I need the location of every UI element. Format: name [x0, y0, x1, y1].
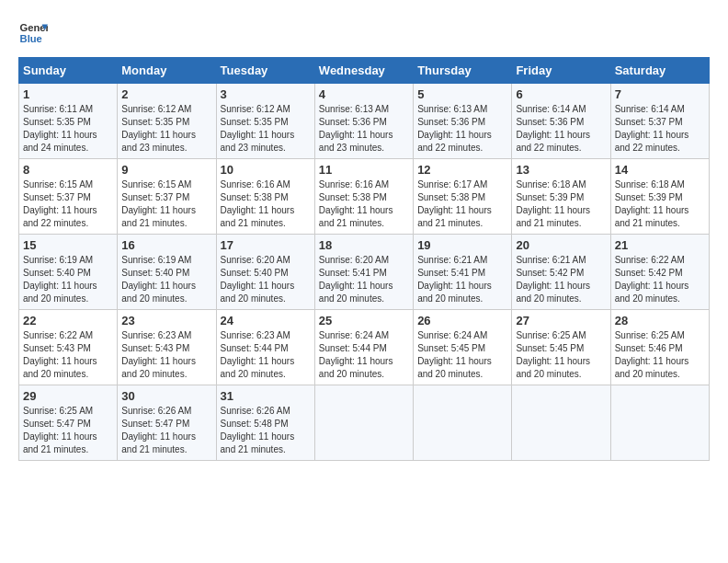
calendar-cell: 31Sunrise: 6:26 AM Sunset: 5:48 PM Dayli…	[216, 385, 314, 461]
day-info: Sunrise: 6:24 AM Sunset: 5:44 PM Dayligh…	[319, 329, 409, 381]
calendar-cell: 4Sunrise: 6:13 AM Sunset: 5:36 PM Daylig…	[314, 84, 413, 159]
day-number: 29	[23, 389, 113, 403]
day-number: 8	[23, 163, 113, 177]
day-number: 26	[417, 314, 507, 327]
day-number: 10	[221, 163, 311, 177]
day-info: Sunrise: 6:25 AM Sunset: 5:45 PM Dayligh…	[516, 329, 606, 381]
day-number: 16	[121, 238, 211, 252]
day-of-week-thursday: Thursday	[414, 58, 512, 84]
calendar-cell: 23Sunrise: 6:23 AM Sunset: 5:43 PM Dayli…	[118, 310, 216, 385]
day-of-week-sunday: Sunday	[19, 58, 118, 84]
calendar-header-row: SundayMondayTuesdayWednesdayThursdayFrid…	[19, 58, 710, 84]
calendar-cell: 27Sunrise: 6:25 AM Sunset: 5:45 PM Dayli…	[512, 310, 610, 385]
day-of-week-saturday: Saturday	[610, 58, 709, 84]
logo: General Blue	[18, 18, 48, 48]
day-number: 28	[615, 314, 705, 327]
day-number: 9	[121, 163, 211, 177]
day-info: Sunrise: 6:26 AM Sunset: 5:47 PM Dayligh…	[121, 405, 211, 456]
day-info: Sunrise: 6:17 AM Sunset: 5:38 PM Dayligh…	[417, 178, 507, 230]
day-number: 1	[23, 87, 113, 101]
day-info: Sunrise: 6:20 AM Sunset: 5:40 PM Dayligh…	[221, 254, 311, 305]
calendar-cell: 5Sunrise: 6:13 AM Sunset: 5:36 PM Daylig…	[414, 84, 512, 159]
day-number: 4	[319, 87, 409, 101]
day-number: 6	[516, 87, 606, 101]
day-info: Sunrise: 6:11 AM Sunset: 5:35 PM Dayligh…	[23, 103, 113, 155]
day-info: Sunrise: 6:18 AM Sunset: 5:39 PM Dayligh…	[615, 178, 705, 230]
calendar-week-row: 15Sunrise: 6:19 AM Sunset: 5:40 PM Dayli…	[19, 235, 710, 310]
calendar-cell: 16Sunrise: 6:19 AM Sunset: 5:40 PM Dayli…	[118, 235, 216, 310]
day-info: Sunrise: 6:13 AM Sunset: 5:36 PM Dayligh…	[319, 103, 409, 155]
day-number: 21	[615, 238, 705, 252]
day-info: Sunrise: 6:14 AM Sunset: 5:37 PM Dayligh…	[615, 103, 705, 155]
calendar-cell	[610, 385, 709, 461]
calendar-cell: 20Sunrise: 6:21 AM Sunset: 5:42 PM Dayli…	[512, 235, 610, 310]
day-number: 27	[516, 314, 606, 327]
day-info: Sunrise: 6:21 AM Sunset: 5:41 PM Dayligh…	[417, 254, 507, 305]
calendar-cell: 7Sunrise: 6:14 AM Sunset: 5:37 PM Daylig…	[610, 84, 709, 159]
day-of-week-tuesday: Tuesday	[216, 58, 314, 84]
calendar-cell: 9Sunrise: 6:15 AM Sunset: 5:37 PM Daylig…	[118, 159, 216, 235]
calendar-cell: 3Sunrise: 6:12 AM Sunset: 5:35 PM Daylig…	[216, 84, 314, 159]
day-info: Sunrise: 6:24 AM Sunset: 5:45 PM Dayligh…	[417, 329, 507, 381]
logo-icon: General Blue	[18, 18, 48, 48]
calendar-cell: 28Sunrise: 6:25 AM Sunset: 5:46 PM Dayli…	[610, 310, 709, 385]
day-info: Sunrise: 6:18 AM Sunset: 5:39 PM Dayligh…	[516, 178, 606, 230]
day-info: Sunrise: 6:13 AM Sunset: 5:36 PM Dayligh…	[417, 103, 507, 155]
calendar-cell: 12Sunrise: 6:17 AM Sunset: 5:38 PM Dayli…	[414, 159, 512, 235]
day-info: Sunrise: 6:16 AM Sunset: 5:38 PM Dayligh…	[319, 178, 409, 230]
calendar-cell: 25Sunrise: 6:24 AM Sunset: 5:44 PM Dayli…	[314, 310, 413, 385]
calendar-cell: 13Sunrise: 6:18 AM Sunset: 5:39 PM Dayli…	[512, 159, 610, 235]
calendar-cell: 2Sunrise: 6:12 AM Sunset: 5:35 PM Daylig…	[118, 84, 216, 159]
calendar-cell: 17Sunrise: 6:20 AM Sunset: 5:40 PM Dayli…	[216, 235, 314, 310]
day-info: Sunrise: 6:21 AM Sunset: 5:42 PM Dayligh…	[516, 254, 606, 305]
day-number: 17	[221, 238, 311, 252]
calendar-cell: 29Sunrise: 6:25 AM Sunset: 5:47 PM Dayli…	[19, 385, 118, 461]
page-header: General Blue	[18, 18, 710, 48]
calendar-cell: 24Sunrise: 6:23 AM Sunset: 5:44 PM Dayli…	[216, 310, 314, 385]
calendar-cell: 11Sunrise: 6:16 AM Sunset: 5:38 PM Dayli…	[314, 159, 413, 235]
svg-text:Blue: Blue	[20, 33, 42, 44]
calendar-week-row: 8Sunrise: 6:15 AM Sunset: 5:37 PM Daylig…	[19, 159, 710, 235]
calendar-cell	[512, 385, 610, 461]
calendar-cell	[314, 385, 413, 461]
day-number: 23	[121, 314, 211, 327]
calendar-cell: 10Sunrise: 6:16 AM Sunset: 5:38 PM Dayli…	[216, 159, 314, 235]
day-info: Sunrise: 6:23 AM Sunset: 5:43 PM Dayligh…	[121, 329, 211, 381]
day-info: Sunrise: 6:25 AM Sunset: 5:46 PM Dayligh…	[615, 329, 705, 381]
calendar-cell: 21Sunrise: 6:22 AM Sunset: 5:42 PM Dayli…	[610, 235, 709, 310]
day-info: Sunrise: 6:15 AM Sunset: 5:37 PM Dayligh…	[23, 178, 113, 230]
day-number: 25	[319, 314, 409, 327]
svg-text:General: General	[20, 22, 48, 33]
calendar-week-row: 1Sunrise: 6:11 AM Sunset: 5:35 PM Daylig…	[19, 84, 710, 159]
day-info: Sunrise: 6:19 AM Sunset: 5:40 PM Dayligh…	[121, 254, 211, 305]
day-info: Sunrise: 6:23 AM Sunset: 5:44 PM Dayligh…	[221, 329, 311, 381]
calendar-cell: 22Sunrise: 6:22 AM Sunset: 5:43 PM Dayli…	[19, 310, 118, 385]
calendar-week-row: 22Sunrise: 6:22 AM Sunset: 5:43 PM Dayli…	[19, 310, 710, 385]
calendar-cell: 1Sunrise: 6:11 AM Sunset: 5:35 PM Daylig…	[19, 84, 118, 159]
calendar-cell: 15Sunrise: 6:19 AM Sunset: 5:40 PM Dayli…	[19, 235, 118, 310]
day-number: 15	[23, 238, 113, 252]
day-number: 3	[221, 87, 311, 101]
calendar-cell: 18Sunrise: 6:20 AM Sunset: 5:41 PM Dayli…	[314, 235, 413, 310]
calendar-cell	[414, 385, 512, 461]
calendar-cell: 30Sunrise: 6:26 AM Sunset: 5:47 PM Dayli…	[118, 385, 216, 461]
day-info: Sunrise: 6:22 AM Sunset: 5:43 PM Dayligh…	[23, 329, 113, 381]
day-number: 20	[516, 238, 606, 252]
calendar-cell: 8Sunrise: 6:15 AM Sunset: 5:37 PM Daylig…	[19, 159, 118, 235]
day-info: Sunrise: 6:16 AM Sunset: 5:38 PM Dayligh…	[221, 178, 311, 230]
day-info: Sunrise: 6:15 AM Sunset: 5:37 PM Dayligh…	[121, 178, 211, 230]
calendar-cell: 6Sunrise: 6:14 AM Sunset: 5:36 PM Daylig…	[512, 84, 610, 159]
calendar-table: SundayMondayTuesdayWednesdayThursdayFrid…	[18, 57, 710, 461]
day-number: 30	[121, 389, 211, 403]
day-info: Sunrise: 6:26 AM Sunset: 5:48 PM Dayligh…	[221, 405, 311, 456]
calendar-cell: 19Sunrise: 6:21 AM Sunset: 5:41 PM Dayli…	[414, 235, 512, 310]
calendar-cell: 14Sunrise: 6:18 AM Sunset: 5:39 PM Dayli…	[610, 159, 709, 235]
day-number: 5	[417, 87, 507, 101]
day-of-week-monday: Monday	[118, 58, 216, 84]
calendar-week-row: 29Sunrise: 6:25 AM Sunset: 5:47 PM Dayli…	[19, 385, 710, 461]
day-info: Sunrise: 6:25 AM Sunset: 5:47 PM Dayligh…	[23, 405, 113, 456]
day-info: Sunrise: 6:20 AM Sunset: 5:41 PM Dayligh…	[319, 254, 409, 305]
day-of-week-friday: Friday	[512, 58, 610, 84]
day-number: 24	[221, 314, 311, 327]
day-info: Sunrise: 6:12 AM Sunset: 5:35 PM Dayligh…	[221, 103, 311, 155]
